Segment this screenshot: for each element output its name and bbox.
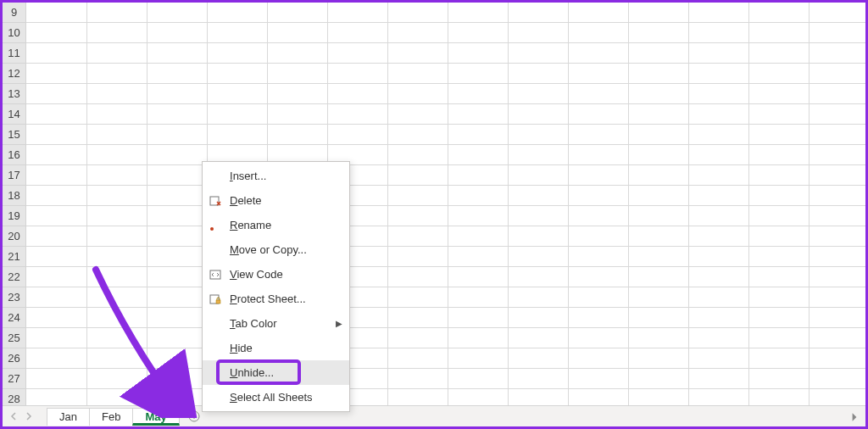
delete-icon [208, 193, 223, 209]
menu-item-label: Select All Sheets [230, 391, 313, 404]
row-header[interactable]: 12 [3, 64, 26, 84]
row-header[interactable]: 26 [3, 348, 26, 369]
menu-item-tab-color[interactable]: Tab Color▶ [203, 311, 349, 336]
menu-item-label: Rename [230, 219, 271, 231]
row-header[interactable]: 10 [3, 23, 26, 43]
sheet-tab-feb[interactable]: Feb [89, 408, 133, 426]
row-header[interactable]: 22 [3, 267, 26, 287]
row-header[interactable]: 13 [3, 84, 26, 104]
pencil-icon [208, 218, 223, 233]
row-header[interactable]: 17 [3, 165, 26, 186]
menu-item-unhide[interactable]: Unhide... [203, 360, 349, 385]
row-header[interactable]: 23 [3, 287, 26, 308]
menu-item-label: Delete [230, 194, 262, 207]
row-header[interactable]: 21 [3, 247, 26, 267]
menu-item-label: Protect Sheet... [230, 292, 306, 305]
spreadsheet-grid[interactable]: 910111213141516171819202122232425262728 [3, 3, 865, 405]
prev-sheet-icon[interactable] [8, 410, 19, 422]
menu-item-delete[interactable]: Delete [203, 188, 349, 213]
row-header[interactable]: 14 [3, 104, 26, 125]
next-sheet-icon[interactable] [23, 410, 35, 422]
sheet-tabs-bar: JanFebMay [3, 405, 865, 426]
menu-item-label: Unhide... [230, 366, 274, 379]
menu-item-view-code[interactable]: View Code [203, 262, 349, 287]
row-header[interactable]: 16 [3, 145, 26, 165]
row-header[interactable]: 28 [3, 389, 26, 405]
menu-item-select-all-sheets[interactable]: Select All Sheets [203, 385, 349, 410]
svg-point-2 [210, 227, 214, 231]
row-header[interactable]: 25 [3, 328, 26, 348]
row-header[interactable]: 9 [3, 3, 26, 23]
menu-item-insert[interactable]: Insert... [203, 164, 349, 188]
menu-item-label: Tab Color [230, 317, 277, 330]
sheet-tab-jan[interactable]: Jan [47, 408, 90, 426]
row-header[interactable]: 11 [3, 43, 26, 64]
sheet-tab-may[interactable]: May [132, 408, 179, 426]
submenu-arrow-icon: ▶ [336, 319, 342, 328]
scroll-right-icon[interactable] [849, 411, 861, 423]
row-header[interactable]: 27 [3, 369, 26, 389]
row-header[interactable]: 18 [3, 186, 26, 206]
menu-item-label: Hide [230, 342, 253, 354]
menu-item-move-or-copy[interactable]: Move or Copy... [203, 237, 349, 262]
menu-item-label: Insert... [230, 170, 266, 182]
row-header[interactable]: 15 [3, 125, 26, 145]
menu-item-rename[interactable]: Rename [203, 213, 349, 237]
menu-item-label: Move or Copy... [230, 243, 307, 256]
menu-item-protect-sheet[interactable]: Protect Sheet... [203, 287, 349, 311]
viewcode-icon [208, 267, 223, 282]
row-header[interactable]: 20 [3, 226, 26, 247]
svg-rect-5 [216, 300, 220, 304]
menu-item-hide[interactable]: Hide [203, 336, 349, 360]
row-header[interactable]: 24 [3, 308, 26, 328]
menu-item-label: View Code [230, 268, 283, 281]
sheet-tab-context-menu: Insert...DeleteRenameMove or Copy...View… [202, 161, 350, 412]
row-header[interactable]: 19 [3, 206, 26, 226]
protect-icon [208, 292, 223, 307]
